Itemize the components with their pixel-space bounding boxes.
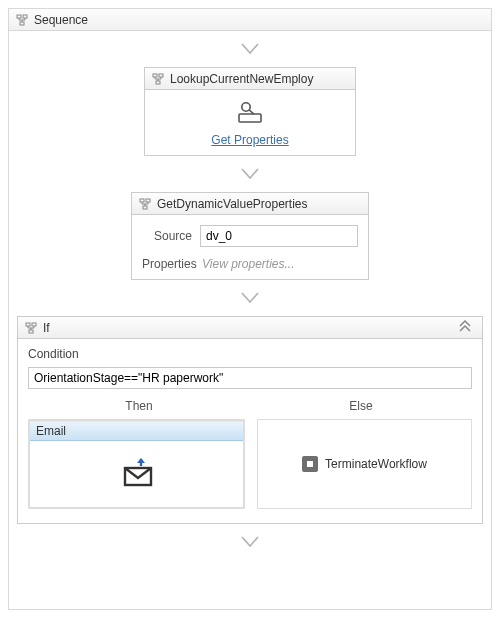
svg-rect-10: [146, 199, 150, 202]
sequence-icon: [15, 13, 29, 27]
terminate-label: TerminateWorkflow: [325, 457, 427, 471]
svg-rect-13: [32, 323, 36, 326]
source-label: Source: [142, 229, 200, 243]
lookup-body: Get Properties: [145, 90, 355, 155]
lookup-title: LookupCurrentNewEmploy: [170, 72, 313, 86]
svg-rect-2: [20, 22, 24, 25]
flow-connector-1[interactable]: [9, 41, 491, 57]
lookup-properties-icon: [235, 100, 265, 127]
svg-rect-8: [239, 114, 261, 122]
then-branch[interactable]: Email: [28, 419, 245, 509]
sequence-designer: Sequence LookupCurrentNewEmploy: [8, 8, 492, 610]
flow-connector-3[interactable]: [9, 290, 491, 306]
sequence-header[interactable]: Sequence: [9, 9, 491, 31]
if-header[interactable]: If: [18, 317, 482, 339]
svg-rect-0: [17, 15, 21, 18]
svg-point-6: [242, 103, 250, 111]
get-dynamic-value-properties-activity[interactable]: GetDynamicValueProperties Source Propert…: [131, 192, 369, 280]
svg-rect-11: [143, 206, 147, 209]
dynprops-title: GetDynamicValueProperties: [157, 197, 308, 211]
stop-icon: [302, 456, 318, 472]
workflow-icon: [151, 72, 165, 86]
svg-rect-9: [140, 199, 144, 202]
terminate-workflow-activity[interactable]: TerminateWorkflow: [302, 456, 427, 472]
svg-rect-5: [156, 81, 160, 84]
if-activity[interactable]: If Condition Then Else Email: [17, 316, 483, 524]
svg-rect-1: [23, 15, 27, 18]
svg-rect-12: [26, 323, 30, 326]
send-mail-icon: [119, 458, 155, 491]
svg-rect-14: [29, 330, 33, 333]
properties-label: Properties: [142, 257, 200, 271]
email-title: Email: [36, 424, 66, 438]
then-label: Then: [28, 399, 250, 413]
email-activity-body: [30, 441, 243, 507]
dynprops-header[interactable]: GetDynamicValueProperties: [132, 193, 368, 215]
condition-input[interactable]: [28, 367, 472, 389]
flow-connector-4[interactable]: [9, 534, 491, 550]
collapse-icon[interactable]: [458, 320, 476, 335]
lookup-header[interactable]: LookupCurrentNewEmploy: [145, 68, 355, 90]
lookup-activity[interactable]: LookupCurrentNewEmploy Get Properties: [144, 67, 356, 156]
if-title: If: [43, 321, 50, 335]
source-input[interactable]: [200, 225, 358, 247]
workflow-icon: [138, 197, 152, 211]
svg-rect-4: [159, 74, 163, 77]
get-properties-link[interactable]: Get Properties: [211, 133, 288, 147]
view-properties-link[interactable]: View properties...: [200, 257, 358, 271]
workflow-icon: [24, 321, 38, 335]
email-activity-header[interactable]: Email: [30, 421, 243, 441]
if-body: Condition Then Else Email: [18, 339, 482, 523]
else-branch[interactable]: TerminateWorkflow: [257, 419, 472, 509]
flow-connector-2[interactable]: [9, 166, 491, 182]
else-label: Else: [250, 399, 472, 413]
svg-rect-3: [153, 74, 157, 77]
condition-label: Condition: [28, 347, 472, 361]
sequence-title: Sequence: [34, 13, 88, 27]
